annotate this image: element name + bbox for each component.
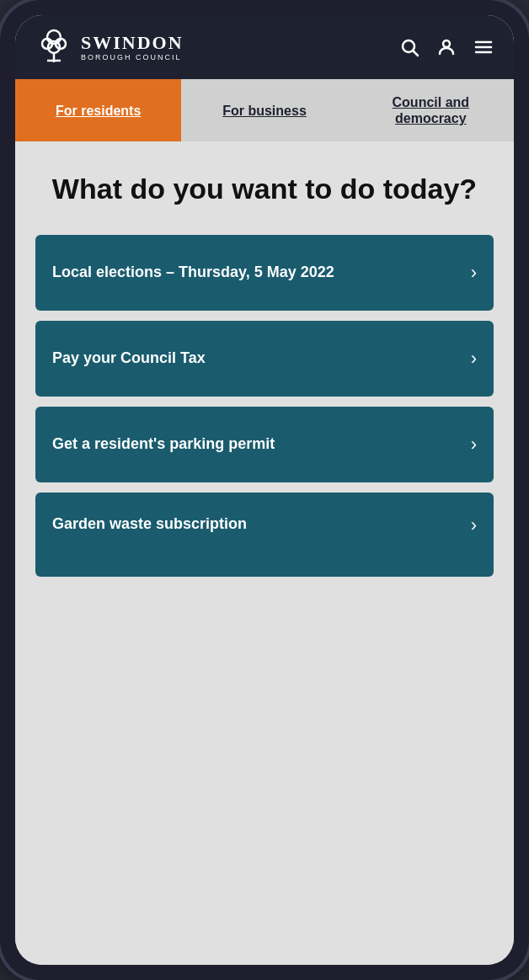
tab-residents[interactable]: For residents (15, 79, 181, 141)
user-icon[interactable] (436, 37, 457, 57)
action-label: Pay your Council Tax (52, 349, 461, 368)
brand-text: Swindon Borough Council (81, 34, 184, 61)
chevron-right-icon: › (471, 434, 477, 455)
main-content: What do you want to do today? Local elec… (15, 141, 514, 965)
chevron-right-icon: › (471, 348, 477, 370)
action-label: Garden waste subscription (52, 514, 461, 534)
navbar: Swindon Borough Council (15, 15, 514, 79)
action-label: Local elections – Thursday, 5 May 2022 (52, 263, 461, 282)
hero-title: What do you want to do today? (40, 172, 489, 206)
action-item-garden-waste[interactable]: Garden waste subscription › (35, 493, 494, 577)
hero-section: What do you want to do today? (15, 141, 514, 226)
tab-council[interactable]: Council and democracy (348, 79, 514, 141)
navbar-brand: Swindon Borough Council (35, 29, 184, 66)
logo-icon (35, 29, 72, 66)
search-icon[interactable] (399, 37, 419, 57)
chevron-right-icon: › (471, 514, 477, 536)
menu-icon[interactable] (473, 37, 494, 57)
action-item-local-elections[interactable]: Local elections – Thursday, 5 May 2022 › (35, 235, 494, 311)
action-label: Get a resident's parking permit (52, 434, 461, 454)
phone-screen: Swindon Borough Council (15, 15, 514, 965)
svg-point-8 (443, 40, 450, 47)
tab-bar: For residents For business Council and d… (15, 79, 514, 141)
chevron-right-icon: › (471, 262, 477, 284)
action-list: Local elections – Thursday, 5 May 2022 ›… (15, 226, 514, 965)
navbar-icons (399, 37, 494, 57)
brand-subtitle: Borough Council (81, 54, 184, 61)
svg-line-7 (414, 51, 419, 56)
tab-business[interactable]: For business (181, 79, 347, 141)
phone-frame: Swindon Borough Council (0, 0, 529, 980)
brand-name: Swindon (81, 34, 184, 52)
action-item-parking-permit[interactable]: Get a resident's parking permit › (35, 407, 494, 482)
action-item-council-tax[interactable]: Pay your Council Tax › (35, 321, 494, 397)
